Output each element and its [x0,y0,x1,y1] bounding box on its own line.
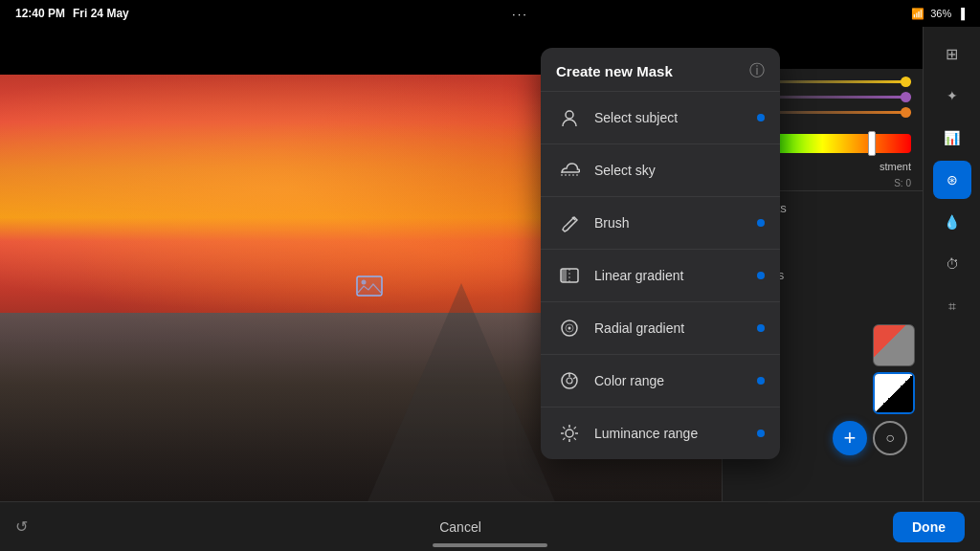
color-range-label: Color range [594,373,746,388]
color-bar-handle[interactable] [868,131,876,156]
circle-icon: ○ [885,430,895,447]
slider-track-1[interactable] [757,80,911,83]
mask-option-linear-gradient[interactable]: Linear gradient [541,250,780,302]
mask-option-select-sky[interactable]: Select sky [541,144,780,197]
status-right: 📶 36% ▐ [911,8,965,20]
canvas-top-bar [0,27,923,75]
svg-rect-4 [561,269,567,282]
brush-icon [556,209,583,236]
mask-modal-title: Create new Mask [556,63,673,79]
s-value-label: S: 0 [894,178,911,188]
brush-label: Brush [594,215,746,231]
luminance-range-dot [757,430,765,437]
layer-thumb-inner-1 [875,374,913,412]
undo-icon-bottom[interactable]: ↺ [15,518,28,536]
svg-line-18 [563,427,565,429]
select-sky-dot [757,166,765,174]
svg-line-21 [563,438,565,440]
layer-thumb-2[interactable] [873,324,915,366]
battery-icon: ▐ [957,8,965,19]
status-bar: 12:40 PM Fri 24 May ··· 📶 36% ▐ [0,0,980,27]
mask-option-brush[interactable]: Brush [541,197,780,250]
sidebar-icon-detail[interactable]: 💧 [933,203,971,241]
sidebar-icon-presets[interactable]: ✦ [933,77,971,115]
right-sidebar: ⊞ ✦ 📊 ⊛ 💧 ⏱ ⌗ [923,27,980,551]
select-subject-icon [556,104,583,131]
slider-track-2[interactable] [757,96,911,99]
battery-percent: 36% [930,8,951,19]
add-layer-button[interactable]: + [833,421,867,455]
circle-button[interactable]: ○ [873,421,907,455]
done-button[interactable]: Done [893,512,965,542]
mask-option-select-subject[interactable]: Select subject [541,92,780,144]
color-range-dot [757,377,765,385]
cancel-button[interactable]: Cancel [424,512,497,542]
slider-track-3[interactable] [757,111,911,114]
linear-gradient-icon [556,262,583,289]
color-range-icon [556,367,583,394]
status-time: 12:40 PM [15,7,65,20]
mask-modal-info-icon[interactable]: ⓘ [749,61,765,81]
svg-rect-0 [357,276,382,296]
mask-modal-header: Create new Mask ⓘ [541,48,780,92]
luminance-range-icon [556,420,583,447]
luminance-range-label: Luminance range [594,426,746,441]
select-subject-label: Select subject [594,110,746,125]
mask-option-radial-gradient[interactable]: Radial gradient [541,302,780,355]
svg-point-13 [566,430,573,437]
brush-dot [757,219,765,227]
layer-thumb-1[interactable] [873,372,915,414]
image-placeholder-icon [356,276,383,302]
scroll-indicator [433,543,547,547]
sidebar-icon-histogram[interactable]: 📊 [933,119,971,157]
select-subject-dot [757,114,765,121]
wifi-icon: 📶 [911,8,924,20]
status-dots: ··· [512,7,528,21]
svg-point-10 [567,378,572,384]
select-sky-icon [556,157,583,184]
svg-line-20 [574,427,576,429]
svg-point-8 [568,327,571,330]
linear-gradient-dot [757,272,765,279]
mask-modal: Create new Mask ⓘ Select subject Select … [541,48,780,459]
status-date: Fri 24 May [73,7,129,20]
linear-gradient-label: Linear gradient [594,268,746,283]
svg-point-2 [566,111,573,119]
sidebar-icon-optics[interactable]: ⏱ [933,245,971,283]
svg-point-1 [361,280,366,285]
radial-gradient-label: Radial gradient [594,320,746,336]
svg-line-19 [574,438,576,440]
sidebar-icon-geometry[interactable]: ⌗ [933,287,971,325]
svg-line-12 [573,377,576,379]
add-icon: + [844,426,857,451]
sidebar-icon-adjust[interactable]: ⊛ [933,161,971,199]
sidebar-icon-layers[interactable]: ⊞ [933,34,971,73]
radial-gradient-dot [757,324,765,332]
select-sky-label: Select sky [594,163,746,178]
radial-gradient-icon [556,315,583,342]
mask-option-color-range[interactable]: Color range [541,355,780,408]
mask-option-luminance-range[interactable]: Luminance range [541,408,780,459]
